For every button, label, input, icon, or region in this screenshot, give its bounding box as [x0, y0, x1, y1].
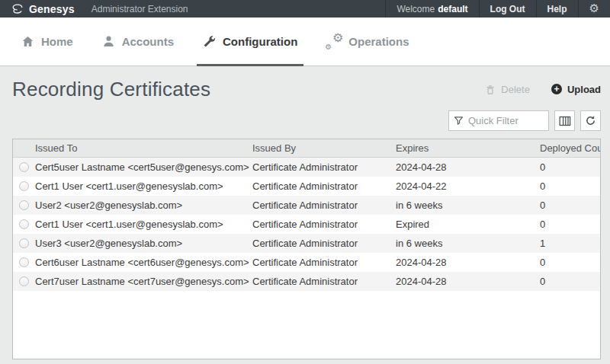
- cell-expires: 2024-04-28: [396, 276, 540, 287]
- top-bar-right: Welcome default Log Out Help ⚙: [385, 0, 610, 18]
- col-issued-by[interactable]: Issued By: [252, 142, 396, 154]
- cell-issued-to: Cert6user Lastname <cert6user@genesys.co…: [35, 257, 252, 268]
- cell-issued-to: User3 <user2@genesyslab.com>: [35, 238, 252, 249]
- row-radio[interactable]: [19, 162, 29, 172]
- gears-icon: ⚙⚙: [326, 34, 342, 49]
- logout-button[interactable]: Log Out: [479, 0, 536, 18]
- title-row: Recording Certificates Delete Upload: [12, 74, 601, 104]
- delete-label: Delete: [501, 84, 530, 95]
- cell-expires: 2024-04-22: [396, 180, 540, 192]
- tab-label: Accounts: [122, 35, 174, 48]
- help-button[interactable]: Help: [536, 0, 578, 18]
- table-toolbar: [12, 110, 601, 131]
- settings-button[interactable]: ⚙: [578, 0, 610, 18]
- cell-issued-to: Cert1 User <cert1.user@genesyslab.com>: [35, 219, 252, 230]
- table-row[interactable]: Cert5user Lastname <cert5user@genesys.co…: [13, 158, 600, 177]
- row-radio[interactable]: [19, 276, 29, 286]
- certificates-table: Issued To Issued By Expires Deployed Cou…: [12, 139, 601, 359]
- tab-label: Operations: [348, 35, 409, 48]
- welcome-text: Welcome default: [385, 0, 478, 18]
- col-expires[interactable]: Expires: [396, 142, 540, 154]
- main-nav: Home Accounts Configuration ⚙⚙ Operation…: [0, 18, 610, 66]
- genesys-swirl-icon: [11, 3, 24, 15]
- filter-funnel-icon: [454, 116, 464, 126]
- username: default: [438, 4, 467, 14]
- delete-button[interactable]: Delete: [485, 84, 530, 95]
- gear-icon: ⚙: [589, 3, 599, 14]
- cell-deployed-count: 0: [540, 180, 600, 192]
- page-content: Recording Certificates Delete Upload: [0, 66, 610, 364]
- upload-button[interactable]: Upload: [551, 84, 601, 95]
- cell-deployed-count: 0: [540, 257, 600, 268]
- table-row[interactable]: User3 <user2@genesyslab.com> Certificate…: [13, 234, 600, 253]
- col-issued-to[interactable]: Issued To: [35, 142, 252, 154]
- table-row[interactable]: Cert6user Lastname <cert6user@genesys.co…: [13, 253, 600, 272]
- table-row[interactable]: Cert7user Lastname <cert7user@genesys.co…: [13, 272, 600, 291]
- table-header: Issued To Issued By Expires Deployed Cou…: [13, 139, 600, 158]
- cell-issued-to: User2 <user2@genesyslab.com>: [35, 200, 252, 211]
- cell-deployed-count: 1: [540, 238, 600, 249]
- cell-issued-by: Certificate Administrator: [252, 257, 396, 268]
- home-icon: [21, 35, 34, 48]
- top-bar: Genesys Administrator Extension Welcome …: [0, 0, 610, 18]
- cell-deployed-count: 0: [540, 200, 600, 211]
- cell-issued-by: Certificate Administrator: [252, 238, 396, 249]
- cell-deployed-count: 0: [540, 161, 600, 173]
- row-radio[interactable]: [19, 200, 29, 210]
- cell-issued-to: Cert7user Lastname <cert7user@genesys.co…: [35, 276, 252, 287]
- tab-label: Home: [41, 35, 73, 48]
- table-row[interactable]: Cert1 User <cert1.user@genesyslab.com> C…: [13, 177, 600, 196]
- cell-expires: in 6 weeks: [396, 238, 540, 249]
- row-radio[interactable]: [19, 181, 29, 191]
- col-deployed-count[interactable]: Deployed Count: [540, 142, 600, 154]
- tab-accounts[interactable]: Accounts: [96, 18, 180, 65]
- row-radio[interactable]: [19, 257, 29, 267]
- column-chooser-button[interactable]: [554, 110, 575, 131]
- refresh-icon: [585, 115, 596, 126]
- app-window: Genesys Administrator Extension Welcome …: [0, 0, 610, 364]
- quick-filter-input[interactable]: [468, 115, 544, 126]
- cell-expires: in 6 weeks: [396, 200, 540, 211]
- cell-issued-by: Certificate Administrator: [252, 219, 396, 230]
- wrench-icon: [203, 35, 216, 48]
- cell-expires: 2024-04-28: [396, 257, 540, 268]
- page-title: Recording Certificates: [12, 78, 210, 101]
- cell-issued-to: Cert1 User <cert1.user@genesyslab.com>: [35, 180, 252, 192]
- trash-icon: [485, 84, 496, 95]
- app-title: Administrator Extension: [92, 4, 188, 14]
- column-chooser-icon: [559, 116, 571, 126]
- table-row[interactable]: Cert1 User <cert1.user@genesyslab.com> C…: [13, 215, 600, 234]
- cell-deployed-count: 0: [540, 276, 600, 287]
- upload-label: Upload: [567, 84, 601, 95]
- cell-issued-by: Certificate Administrator: [252, 200, 396, 211]
- genesys-logo: Genesys: [0, 0, 75, 18]
- welcome-label: Welcome: [396, 4, 435, 14]
- tab-operations[interactable]: ⚙⚙ Operations: [320, 18, 415, 65]
- tab-label: Configuration: [223, 35, 297, 48]
- tab-configuration[interactable]: Configuration: [197, 18, 303, 65]
- cell-issued-by: Certificate Administrator: [252, 180, 396, 192]
- cell-expires: Expired: [396, 219, 540, 230]
- cell-expires: 2024-04-28: [396, 161, 540, 173]
- cell-issued-to: Cert5user Lastname <cert5user@genesys.co…: [35, 161, 252, 173]
- cell-issued-by: Certificate Administrator: [252, 161, 396, 173]
- table-row[interactable]: User2 <user2@genesyslab.com> Certificate…: [13, 196, 600, 215]
- row-radio[interactable]: [19, 238, 29, 248]
- refresh-button[interactable]: [580, 110, 601, 131]
- quick-filter-box: [448, 110, 549, 131]
- tab-home[interactable]: Home: [15, 18, 79, 65]
- cell-issued-by: Certificate Administrator: [252, 276, 396, 287]
- plus-circle-icon: [551, 84, 562, 94]
- page-actions: Delete Upload: [485, 84, 601, 95]
- person-icon: [102, 35, 115, 48]
- cell-deployed-count: 0: [540, 219, 600, 230]
- brand-name: Genesys: [29, 3, 75, 15]
- row-radio[interactable]: [19, 219, 29, 229]
